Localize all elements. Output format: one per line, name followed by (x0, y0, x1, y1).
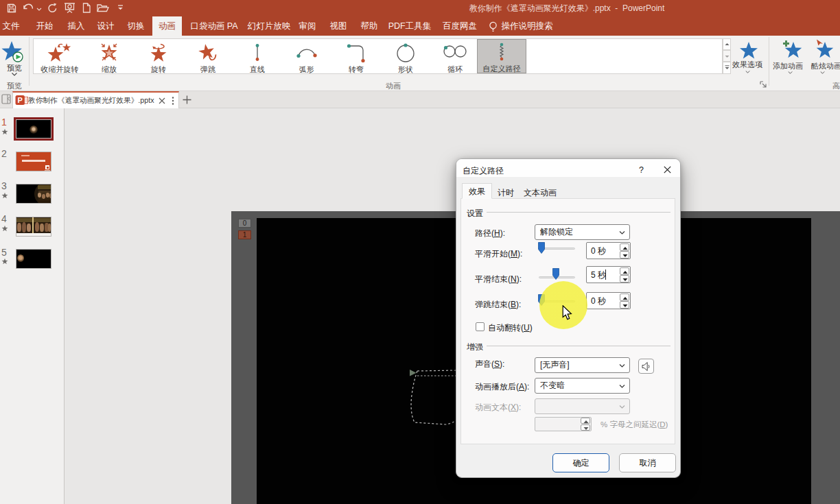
svg-text:P: P (18, 96, 23, 104)
svg-text:?: ? (639, 165, 644, 174)
